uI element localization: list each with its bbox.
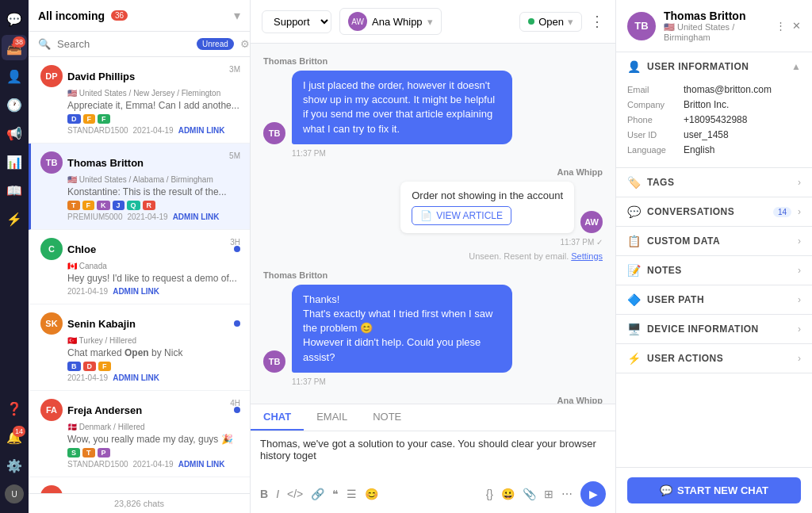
date-label: 2021-04-19 [133, 126, 174, 135]
close-icon[interactable]: ✕ [792, 20, 801, 32]
section-header-user-path[interactable]: 🔷 USER PATH › [616, 285, 812, 314]
search-input[interactable] [57, 38, 190, 50]
message-group: Ana Whipp Order not showing in the accou… [263, 167, 603, 261]
list-item[interactable]: SK Senin Kabajin 🇹🇷 Turkey / Hillered Ch… [29, 304, 250, 391]
conv-preview: Appreciate it, Emma! Can I add anothe... [67, 100, 240, 111]
sidebar-icon-history[interactable]: 🕐 [2, 92, 27, 117]
quote-icon[interactable]: ❝ [332, 488, 339, 500]
right-panel-footer: 💬 START NEW CHAT [616, 467, 812, 513]
list-item[interactable]: TB Thomas Britton 5M 🇺🇸 United States / … [29, 144, 250, 230]
reply-toolbar: B I </> 🔗 ❝ ☰ 😊 {} 😀 📎 ⊞ ⋯ ▶ [251, 478, 615, 513]
search-settings-icon[interactable]: ⚙ [240, 38, 250, 50]
article-card: Order not showing in the account 📄 VIEW … [400, 182, 574, 233]
chat-main: Support AW Ana Whipp ▾ Open ▾ ⋮ Thomas B… [251, 0, 615, 513]
conv-location: 🇩🇰 Denmark / Hillered [67, 423, 240, 431]
section-header-conversations[interactable]: 💬 CONVERSATIONS 14 › [616, 197, 812, 226]
section-title-user-info: USER INFORMATION [647, 61, 785, 72]
user-icon: 👤 [627, 60, 641, 73]
tag: J [113, 201, 124, 210]
unread-badge[interactable]: Unread [197, 38, 234, 50]
admin-link[interactable]: ADMIN LINK [178, 126, 225, 135]
bold-icon[interactable]: B [260, 488, 268, 500]
section-header-user-actions[interactable]: ⚡ USER ACTIONS › [616, 344, 812, 373]
section-header-tags[interactable]: 🏷️ TAGS › [616, 168, 812, 197]
article-icon: 📄 [420, 210, 432, 221]
message-time: 11:37 PM [292, 149, 603, 158]
sidebar-icon-help[interactable]: ❓ [2, 396, 27, 421]
sidebar-icon-logo[interactable]: 💬 [2, 6, 27, 32]
settings-link[interactable]: Settings [571, 251, 603, 261]
view-article-button[interactable]: 📄 VIEW ARTICLE [412, 206, 511, 225]
admin-link[interactable]: ADMIN LINK [113, 373, 159, 382]
code-icon[interactable]: </> [287, 488, 303, 500]
message-time: 11:37 PM [292, 377, 603, 386]
admin-link[interactable]: ADMIN LINK [178, 460, 225, 469]
sidebar-icon-settings[interactable]: ⚙️ [2, 453, 27, 478]
status-selector[interactable]: Open ▾ [519, 12, 582, 32]
conversations-icon: 💬 [627, 205, 641, 218]
list-item[interactable]: FA Freja Andersen [29, 477, 250, 493]
tag: P [98, 448, 110, 457]
agent-name: Ana Whipp [372, 16, 423, 28]
inbox-badge: 38 [13, 36, 25, 48]
table-icon[interactable]: ⊞ [544, 488, 553, 500]
code-block-icon[interactable]: {} [486, 488, 493, 500]
section-header-notes[interactable]: 📝 NOTES › [616, 256, 812, 285]
userid-label: User ID [627, 129, 679, 140]
agent-dropdown-icon: ▾ [427, 16, 433, 28]
conv-tags: T F K J Q R [67, 201, 240, 210]
more-options-icon[interactable]: ⋮ [590, 13, 604, 30]
more-options-icon[interactable]: ⋮ [776, 20, 786, 32]
phone-value: +18095432988 [684, 114, 747, 125]
tab-email[interactable]: EMAIL [304, 404, 360, 431]
team-selector[interactable]: Support [262, 10, 331, 33]
emoji-icon[interactable]: 😊 [365, 488, 378, 500]
message-group: Thomas Britton TB Thanks!That's exactly … [263, 270, 603, 386]
attachment-icon[interactable]: 📎 [523, 488, 536, 500]
section-header-user-info[interactable]: 👤 USER INFORMATION ▲ [616, 52, 812, 81]
field-userid: User ID user_1458 [627, 129, 801, 140]
italic-icon[interactable]: I [276, 488, 279, 500]
section-header-device-info[interactable]: 🖥️ DEVICE INFORMATION › [616, 315, 812, 343]
sidebar-icon-contacts[interactable]: 👤 [2, 63, 27, 89]
sidebar-icon-pulse[interactable]: ⚡ [2, 206, 27, 232]
avatar: FA [40, 399, 63, 421]
send-button[interactable]: ▶ [580, 481, 606, 507]
user-path-icon: 🔷 [627, 293, 641, 306]
sidebar-icon-inbox[interactable]: 📥 38 [2, 35, 27, 60]
sidebar-icon-knowledge[interactable]: 📖 [2, 178, 27, 203]
section-title-conversations: CONVERSATIONS [647, 206, 767, 217]
more-toolbar-icon[interactable]: ⋯ [561, 488, 573, 500]
avatar: SK [40, 312, 63, 335]
message-row: TB I just placed the order, however it d… [263, 71, 603, 144]
conv-list-dropdown-icon[interactable]: ▾ [234, 8, 240, 23]
list-item[interactable]: C Chloe 3H 🇨🇦 Canada Hey guys! I'd like … [29, 230, 250, 304]
unseen-note: Unseen. Resent by email. Settings [263, 251, 603, 261]
admin-link[interactable]: ADMIN LINK [173, 212, 220, 221]
tag: F [83, 114, 96, 124]
sidebar-icon-reports[interactable]: 📊 [2, 149, 27, 174]
conv-footer: 23,826 chats [29, 493, 250, 513]
sidebar-icon-notifications[interactable]: 🔔 14 [2, 424, 27, 450]
tab-chat[interactable]: CHAT [251, 404, 304, 431]
tab-note[interactable]: NOTE [360, 404, 414, 431]
start-new-chat-button[interactable]: 💬 START NEW CHAT [627, 477, 801, 503]
agent-selector[interactable]: AW Ana Whipp ▾ [339, 8, 442, 35]
admin-link[interactable]: ADMIN LINK [113, 287, 159, 296]
list-item[interactable]: FA Freja Andersen 4H 🇩🇰 Denmark / Hiller… [29, 391, 250, 477]
language-label: Language [627, 144, 679, 155]
list-icon[interactable]: ☰ [347, 488, 357, 500]
user-avatar: TB [627, 12, 656, 40]
sidebar-icon-campaigns[interactable]: 📢 [2, 121, 27, 146]
custom-data-icon: 📋 [627, 235, 641, 247]
link-icon[interactable]: 🔗 [311, 488, 324, 500]
chat-icon: 💬 [660, 484, 672, 496]
emoji2-icon[interactable]: 😀 [501, 488, 515, 500]
list-item[interactable]: DP David Phillips 3M 🇺🇸 United States / … [29, 57, 250, 144]
sidebar-icon-user-avatar[interactable]: U [2, 481, 27, 507]
section-title-notes: NOTES [647, 265, 791, 276]
section-header-custom-data[interactable]: 📋 CUSTOM DATA › [616, 227, 812, 255]
date-label: 2021-04-19 [67, 287, 108, 296]
reply-textarea[interactable]: Thomas, we've got a solution to your cas… [260, 438, 606, 469]
section-conversations: 💬 CONVERSATIONS 14 › [616, 197, 812, 227]
